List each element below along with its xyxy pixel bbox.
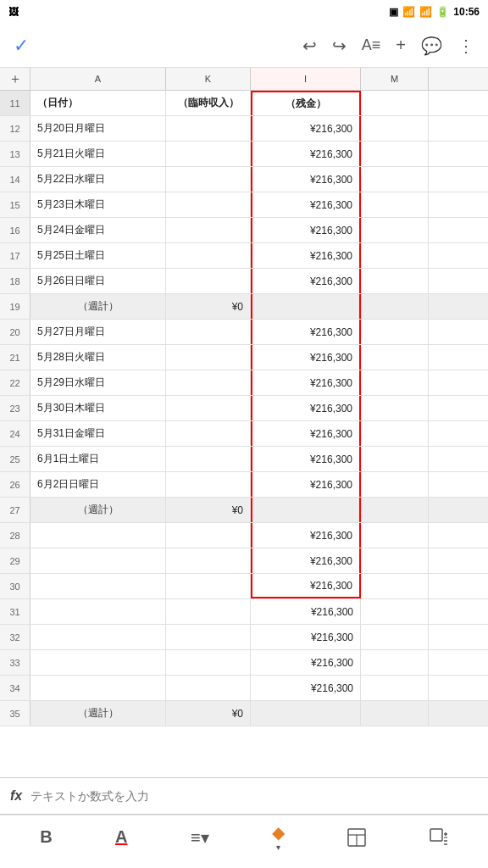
cell-date[interactable] <box>30 650 166 675</box>
cell-balance[interactable]: ¥216,300 <box>251 396 361 420</box>
cell-date[interactable]: 6月2日日曜日 <box>30 472 166 497</box>
cell-income[interactable] <box>166 650 251 675</box>
cell-extra[interactable] <box>361 447 429 471</box>
bold-button[interactable]: B <box>40 827 52 847</box>
cell-extra[interactable] <box>361 574 429 598</box>
table-row[interactable]: 185月26日日曜日¥216,300 <box>0 269 488 294</box>
cell-extra[interactable] <box>361 548 429 573</box>
fill-button[interactable]: ◆▾ <box>272 822 285 852</box>
col-header-l[interactable]: I <box>251 68 361 90</box>
cell-extra[interactable] <box>361 269 429 293</box>
cell-date[interactable]: 5月31日金曜日 <box>30 421 166 446</box>
cell-income[interactable] <box>166 218 251 242</box>
cell-income[interactable] <box>166 269 251 293</box>
table-row[interactable]: 30¥216,300 <box>0 574 488 599</box>
cell-extra[interactable] <box>361 243 429 268</box>
cell-income[interactable] <box>166 142 251 166</box>
cell-date[interactable]: 5月30日木曜日 <box>30 396 166 420</box>
cell-income[interactable] <box>166 116 251 141</box>
cell-balance[interactable]: ¥216,300 <box>251 320 361 344</box>
cell-extra[interactable] <box>361 701 429 726</box>
cell-extra[interactable] <box>361 218 429 242</box>
cell-income[interactable] <box>166 370 251 395</box>
cell-extra[interactable] <box>361 192 429 217</box>
table-row[interactable]: 33¥216,300 <box>0 650 488 676</box>
cell-income[interactable] <box>166 243 251 268</box>
cell-balance[interactable]: ¥216,300 <box>251 625 361 649</box>
cell-balance[interactable] <box>251 701 361 726</box>
cell-income[interactable] <box>166 167 251 192</box>
cell-income[interactable]: ¥0 <box>166 498 251 522</box>
cell-extra[interactable] <box>361 116 429 141</box>
cell-date[interactable]: 5月21日火曜日 <box>30 142 166 166</box>
cell-income[interactable] <box>166 599 251 624</box>
table-row[interactable]: 35（週計）¥0 <box>0 701 488 726</box>
cell-income[interactable] <box>166 320 251 344</box>
table-row[interactable]: 145月22日水曜日¥216,300 <box>0 167 488 192</box>
comment-button[interactable]: 💬 <box>421 36 442 56</box>
col-header-k[interactable]: K <box>166 68 251 90</box>
table-row[interactable]: 175月25日土曜日¥216,300 <box>0 243 488 269</box>
cell-date[interactable]: 5月23日木曜日 <box>30 192 166 217</box>
cell-extra[interactable] <box>361 421 429 446</box>
cell-balance[interactable]: ¥216,300 <box>251 523 361 548</box>
cell-date[interactable]: 6月1日土曜日 <box>30 447 166 471</box>
table-row[interactable]: 135月21日火曜日¥216,300 <box>0 142 488 167</box>
cell-balance[interactable]: ¥216,300 <box>251 142 361 166</box>
cell-extra[interactable] <box>361 370 429 395</box>
cell-income[interactable] <box>166 676 251 700</box>
table-row[interactable]: 31¥216,300 <box>0 599 488 625</box>
table-row[interactable]: 205月27日月曜日¥216,300 <box>0 320 488 345</box>
cell-date[interactable]: 5月26日日曜日 <box>30 269 166 293</box>
cell-income[interactable] <box>166 625 251 649</box>
cell-balance[interactable]: （残金） <box>251 91 361 115</box>
cell-date[interactable]: 5月24日金曜日 <box>30 218 166 242</box>
cell-extra[interactable] <box>361 676 429 700</box>
table-row[interactable]: 29¥216,300 <box>0 548 488 574</box>
more-button[interactable]: ⋮ <box>458 36 474 56</box>
cell-balance[interactable]: ¥216,300 <box>251 676 361 700</box>
table-row[interactable]: 19（週計）¥0 <box>0 294 488 320</box>
align-button[interactable]: ≡▾ <box>191 827 209 848</box>
cell-extra[interactable] <box>361 91 429 115</box>
cell-income[interactable] <box>166 523 251 548</box>
add-button[interactable]: + <box>396 36 406 55</box>
table-row[interactable]: 34¥216,300 <box>0 676 488 701</box>
table-button[interactable] <box>347 828 366 847</box>
cell-balance[interactable]: ¥216,300 <box>251 548 361 573</box>
cell-balance[interactable]: ¥216,300 <box>251 116 361 141</box>
formula-input[interactable] <box>30 789 478 803</box>
cell-extra[interactable] <box>361 599 429 624</box>
table-row[interactable]: 235月30日木曜日¥216,300 <box>0 396 488 421</box>
add-column-button[interactable]: ＋ <box>0 68 30 90</box>
col-header-a[interactable]: A <box>30 68 166 90</box>
cell-date[interactable] <box>30 523 166 548</box>
cell-balance[interactable] <box>251 498 361 522</box>
cell-date[interactable] <box>30 599 166 624</box>
cell-balance[interactable]: ¥216,300 <box>251 370 361 395</box>
cell-income[interactable] <box>166 396 251 420</box>
table-row[interactable]: 125月20日月曜日¥216,300 <box>0 116 488 142</box>
cell-extra[interactable] <box>361 625 429 649</box>
undo-button[interactable]: ↩ <box>302 36 317 56</box>
format-button[interactable]: A≡ <box>362 36 381 54</box>
table-row[interactable]: 245月31日金曜日¥216,300 <box>0 421 488 447</box>
cell-income[interactable] <box>166 548 251 573</box>
cell-date[interactable]: 5月22日水曜日 <box>30 167 166 192</box>
table-row[interactable]: 215月28日火曜日¥216,300 <box>0 345 488 370</box>
cell-date[interactable]: 5月20日月曜日 <box>30 116 166 141</box>
cell-balance[interactable]: ¥216,300 <box>251 167 361 192</box>
insert-button[interactable] <box>430 828 448 847</box>
cell-extra[interactable] <box>361 294 429 319</box>
cell-income[interactable] <box>166 421 251 446</box>
cell-extra[interactable] <box>361 472 429 497</box>
cell-date[interactable] <box>30 676 166 700</box>
table-row[interactable]: 155月23日木曜日¥216,300 <box>0 192 488 218</box>
table-row[interactable]: 256月1日土曜日¥216,300 <box>0 447 488 472</box>
cell-balance[interactable] <box>251 294 361 319</box>
cell-extra[interactable] <box>361 167 429 192</box>
cell-extra[interactable] <box>361 498 429 522</box>
cell-income[interactable] <box>166 472 251 497</box>
col-header-m[interactable]: M <box>361 68 429 90</box>
cell-date[interactable]: 5月29日水曜日 <box>30 370 166 395</box>
